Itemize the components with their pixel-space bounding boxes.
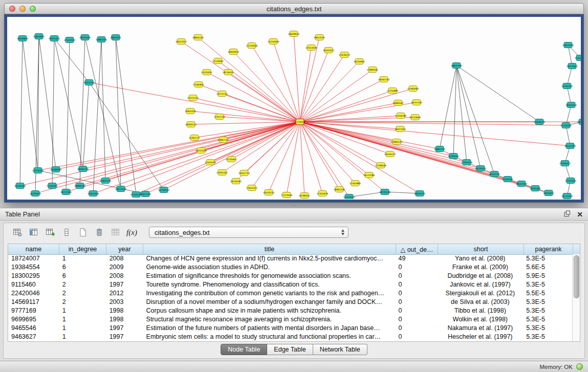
graph-node[interactable]: 15958103 <box>534 119 545 125</box>
red-edge[interactable] <box>300 122 304 195</box>
graph-node[interactable]: 17335412 <box>559 161 571 166</box>
close-window-button[interactable] <box>9 6 15 12</box>
graph-node[interactable]: 12220058 <box>246 43 257 49</box>
graph-node[interactable]: 18591234 <box>77 166 89 172</box>
red-edge[interactable] <box>93 122 300 193</box>
graph-node[interactable]: 13210646 <box>409 115 421 120</box>
table-row[interactable]: 2242004622012Investigating the contribut… <box>8 289 572 298</box>
black-edge[interactable] <box>54 38 89 82</box>
graph-node[interactable]: 18300212 <box>185 122 197 127</box>
graph-node[interactable]: 16890567 <box>393 100 404 106</box>
graph-node[interactable]: 17345678 <box>317 191 328 196</box>
graph-node[interactable]: 16234901 <box>354 59 365 64</box>
red-edge[interactable] <box>300 61 359 122</box>
tab-network-table[interactable]: Network Table <box>313 344 367 355</box>
black-edge[interactable] <box>80 37 85 186</box>
black-edge[interactable] <box>456 65 481 168</box>
black-edge[interactable] <box>93 39 101 193</box>
graph-node[interactable]: 18757105 <box>411 100 422 105</box>
graph-node[interactable]: 15326100 <box>14 183 26 189</box>
red-edge[interactable] <box>294 34 300 122</box>
red-edge[interactable] <box>269 122 300 192</box>
black-edge[interactable] <box>23 38 38 170</box>
network-canvas[interactable]: 1125404912220058169409101751846712420047… <box>7 17 581 200</box>
graph-node[interactable]: 18112345 <box>60 189 72 195</box>
import-table-button[interactable] <box>108 226 123 239</box>
split-divider[interactable] <box>0 203 588 208</box>
graph-node[interactable]: 18130874 <box>17 36 28 41</box>
red-edge[interactable] <box>38 122 300 170</box>
graph-node[interactable]: 17542310 <box>64 37 75 43</box>
red-edge[interactable] <box>190 111 300 122</box>
graph-node[interactable]: 18756421 <box>223 70 234 75</box>
graph-node[interactable]: 15905138 <box>100 178 111 184</box>
graph-node[interactable]: 16012012 <box>176 39 187 45</box>
graph-node[interactable]: 18543120 <box>565 102 577 108</box>
graph-node[interactable]: 17542013 <box>343 194 355 200</box>
memory-indicator[interactable] <box>576 363 583 370</box>
function-builder-button[interactable]: f(x) <box>124 226 139 239</box>
red-edge[interactable] <box>300 55 344 122</box>
table-row[interactable]: 1830029562008Estimation of significance … <box>8 272 572 280</box>
table-row[interactable]: 977716911998Corpus callosum shape and si… <box>8 307 572 315</box>
column-header-short[interactable]: short <box>438 244 524 254</box>
graph-node[interactable]: 16211035 <box>195 148 207 154</box>
graph-node[interactable]: 18235410 <box>475 166 486 171</box>
close-panel-icon[interactable]: ✕ <box>577 211 583 218</box>
zoom-window-button[interactable] <box>30 6 36 12</box>
red-edge[interactable] <box>300 122 369 175</box>
black-edge[interactable] <box>66 40 70 192</box>
red-edge[interactable] <box>300 70 373 122</box>
graph-node[interactable]: 16793105 <box>448 154 459 159</box>
red-edge[interactable] <box>20 122 300 186</box>
black-edge[interactable] <box>568 45 572 66</box>
red-edge[interactable] <box>300 122 549 193</box>
graph-node[interactable]: 17890345 <box>367 67 378 73</box>
graph-node[interactable]: 16235410 <box>30 191 41 196</box>
graph-node[interactable]: 17235641 <box>226 157 237 162</box>
table-row[interactable]: 1938455462009Genome-wide association stu… <box>8 263 572 272</box>
new-document-button[interactable] <box>75 226 90 239</box>
red-edge[interactable] <box>300 122 481 168</box>
graph-node[interactable]: 17254310 <box>32 168 43 173</box>
graph-node[interactable]: 17456789 <box>395 113 406 119</box>
graph-node[interactable]: 17012678 <box>306 45 317 51</box>
column-header-year[interactable]: year <box>106 244 143 254</box>
graph-node[interactable]: 17890123 <box>391 139 402 145</box>
graph-node[interactable]: 15867134 <box>434 146 445 152</box>
graph-node[interactable]: 16456123 <box>384 151 396 157</box>
float-panel-icon[interactable] <box>564 210 571 218</box>
graph-node[interactable]: 16423510 <box>115 186 126 192</box>
red-edge[interactable] <box>300 122 381 165</box>
graph-node[interactable]: 12357231 <box>214 114 225 120</box>
graph-node[interactable]: 16234567 <box>230 179 242 184</box>
tab-node-table[interactable]: Node Table <box>221 344 267 355</box>
tab-edge-table[interactable]: Edge Table <box>267 344 313 355</box>
red-edge[interactable] <box>300 122 339 189</box>
graph-node[interactable]: 15910234 <box>562 42 574 48</box>
table-row[interactable]: 911546021997Tourette syndrome. Phenomeno… <box>8 280 572 289</box>
graph-node[interactable]: 15312045 <box>575 55 581 61</box>
graph-node[interactable]: 16345012 <box>323 48 334 53</box>
column-header-in_degree[interactable]: in_degree <box>59 244 106 254</box>
graph-node[interactable]: 18231456 <box>79 35 91 40</box>
graph-node[interactable]: 18845794 <box>451 63 462 69</box>
graph-node[interactable]: 16542130 <box>489 171 500 177</box>
graph-node[interactable]: 17210354 <box>560 123 572 128</box>
network-window-titlebar[interactable]: citations_edges.txt <box>4 3 584 14</box>
graph-node[interactable]: 17518467 <box>212 58 224 64</box>
red-edge[interactable] <box>121 122 300 189</box>
graph-node[interactable]: 16123789 <box>363 172 375 178</box>
red-edge[interactable] <box>300 122 322 193</box>
minimize-window-button[interactable] <box>19 6 26 12</box>
graph-node[interactable]: 15987234 <box>96 37 107 42</box>
black-edge[interactable] <box>20 38 23 186</box>
graph-node[interactable]: 16775310 <box>561 193 573 199</box>
black-edge[interactable] <box>83 82 89 169</box>
table-row[interactable]: 969969511998Structural magnetic resonanc… <box>8 315 572 324</box>
table-selector-dropdown[interactable]: citations_edges.txt <box>149 227 349 238</box>
graph-node[interactable]: 17542345 <box>47 183 58 189</box>
graph-node[interactable]: 16940910 <box>228 49 239 55</box>
graph-hub-node[interactable]: 1724049 <box>295 119 304 125</box>
red-edge[interactable] <box>252 46 300 122</box>
